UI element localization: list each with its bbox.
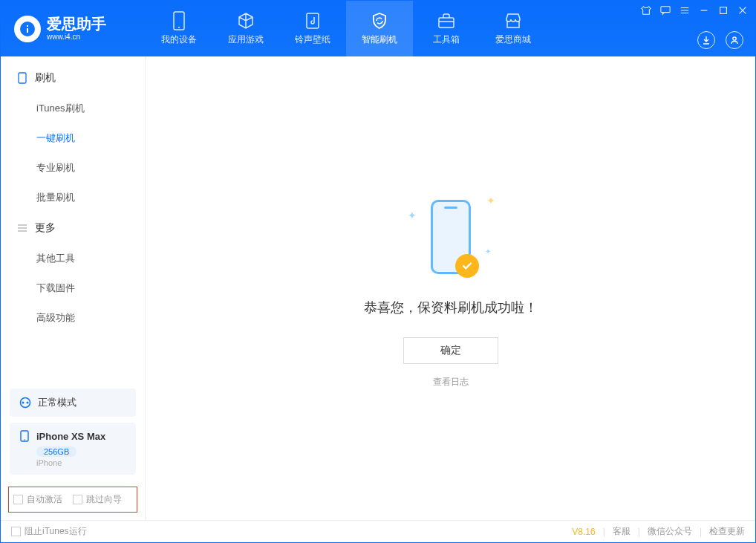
store-icon <box>504 11 523 30</box>
checkbox-label: 跳过向导 <box>86 493 122 506</box>
sidebar-item-other[interactable]: 其他工具 <box>1 244 145 273</box>
version-label: V8.16 <box>572 527 595 537</box>
maximize-icon[interactable] <box>718 5 729 16</box>
update-link[interactable]: 检查更新 <box>709 525 745 538</box>
success-illustration: ✦ ✦ ✦ <box>391 189 510 285</box>
download-icon[interactable] <box>697 31 715 49</box>
section-flash: 刷机 <box>1 62 145 94</box>
toolbox-icon <box>437 11 456 30</box>
sidebar-item-oneclick[interactable]: 一键刷机 <box>1 123 145 153</box>
shirt-icon[interactable] <box>641 5 651 16</box>
sidebar-item-batch[interactable]: 批量刷机 <box>1 183 145 212</box>
app-subtitle: www.i4.cn <box>47 33 106 41</box>
titlebar-controls <box>641 5 748 16</box>
checkbox-skip-wizard[interactable]: 跳过向导 <box>73 493 122 506</box>
nav-tab-ringtone[interactable]: 铃声壁纸 <box>279 1 346 56</box>
sparkle-icon: ✦ <box>485 247 491 256</box>
shield-sync-icon <box>370 11 389 30</box>
sidebar: 刷机 iTunes刷机 一键刷机 专业刷机 批量刷机 更多 其他工具 下载固件 … <box>1 56 146 520</box>
svg-point-6 <box>733 37 736 40</box>
menu-icon[interactable] <box>680 5 690 16</box>
device-icon <box>19 430 30 442</box>
minimize-icon[interactable] <box>699 5 709 16</box>
logo-area: 爱思助手 www.i4.cn <box>1 16 146 42</box>
section-more: 更多 <box>1 212 145 244</box>
svg-rect-5 <box>720 7 727 14</box>
phone-icon <box>169 11 189 30</box>
sparkle-icon: ✦ <box>408 209 417 221</box>
checkbox-block-itunes[interactable]: 阻止iTunes运行 <box>11 525 87 538</box>
device-name: iPhone XS Max <box>36 431 105 442</box>
close-icon[interactable] <box>737 5 748 16</box>
nav-tab-label: 工具箱 <box>433 33 460 46</box>
app-logo-icon <box>14 16 41 42</box>
cube-icon <box>236 11 255 30</box>
nav-tab-label: 铃声壁纸 <box>295 33 330 46</box>
nav-tab-label: 智能刷机 <box>362 33 397 46</box>
nav-tab-toolbox[interactable]: 工具箱 <box>413 1 480 56</box>
user-icon[interactable] <box>726 31 743 49</box>
body: 刷机 iTunes刷机 一键刷机 专业刷机 批量刷机 更多 其他工具 下载固件 … <box>1 56 755 520</box>
list-icon <box>17 223 27 233</box>
nav-tabs: 我的设备 应用游戏 铃声壁纸 智能刷机 工具箱 爱思商城 <box>146 1 547 56</box>
device-card[interactable]: iPhone XS Max 256GB iPhone <box>10 423 136 475</box>
header: 爱思助手 www.i4.cn 我的设备 应用游戏 铃声壁纸 智能刷机 工具箱 爱… <box>1 1 755 56</box>
sparkle-icon: ✦ <box>486 195 495 207</box>
ok-button[interactable]: 确定 <box>403 337 498 364</box>
section-title: 更多 <box>35 221 56 235</box>
main-content: ✦ ✦ ✦ 恭喜您，保资料刷机成功啦！ 确定 查看日志 <box>146 56 755 520</box>
wechat-link[interactable]: 微信公众号 <box>648 525 692 538</box>
storage-badge: 256GB <box>36 446 76 457</box>
sidebar-item-itunes[interactable]: iTunes刷机 <box>1 94 145 123</box>
nav-tab-apps[interactable]: 应用游戏 <box>212 1 279 56</box>
mode-card[interactable]: 正常模式 <box>10 388 136 417</box>
bottom-options-highlight: 自动激活 跳过向导 <box>8 487 137 513</box>
mode-icon <box>19 396 32 409</box>
statusbar: 阻止iTunes运行 V8.16 | 客服 | 微信公众号 | 检查更新 <box>1 520 755 542</box>
mode-label: 正常模式 <box>38 396 76 409</box>
nav-tab-flash[interactable]: 智能刷机 <box>346 1 413 56</box>
nav-tab-label: 应用游戏 <box>228 33 264 46</box>
header-right <box>697 31 743 49</box>
sidebar-item-advanced[interactable]: 高级功能 <box>1 303 145 333</box>
svg-point-1 <box>178 27 180 28</box>
nav-tab-label: 我的设备 <box>161 33 197 46</box>
svg-point-12 <box>24 439 25 440</box>
device-type: iPhone <box>36 458 127 467</box>
sidebar-item-firmware[interactable]: 下载固件 <box>1 273 145 303</box>
music-icon <box>303 11 322 30</box>
svg-rect-4 <box>661 7 670 13</box>
device-small-icon <box>17 73 27 83</box>
support-link[interactable]: 客服 <box>613 525 630 538</box>
nav-tab-device[interactable]: 我的设备 <box>146 1 212 56</box>
section-title: 刷机 <box>35 71 56 85</box>
view-log-link[interactable]: 查看日志 <box>433 376 469 388</box>
svg-point-10 <box>27 402 29 404</box>
sidebar-scroll: 刷机 iTunes刷机 一键刷机 专业刷机 批量刷机 更多 其他工具 下载固件 … <box>1 56 145 383</box>
logo-text: 爱思助手 www.i4.cn <box>47 16 106 41</box>
feedback-icon[interactable] <box>660 5 671 16</box>
check-badge-icon <box>455 254 479 278</box>
svg-rect-3 <box>439 18 454 27</box>
checkbox-auto-activate[interactable]: 自动激活 <box>13 493 62 506</box>
checkbox-label: 自动激活 <box>27 493 62 506</box>
success-message: 恭喜您，保资料刷机成功啦！ <box>364 299 538 316</box>
nav-tab-label: 爱思商城 <box>495 33 531 46</box>
app-title: 爱思助手 <box>47 16 106 31</box>
svg-point-9 <box>22 402 25 404</box>
nav-tab-store[interactable]: 爱思商城 <box>480 1 547 56</box>
sidebar-item-pro[interactable]: 专业刷机 <box>1 153 145 183</box>
checkbox-label: 阻止iTunes运行 <box>25 525 87 538</box>
svg-rect-7 <box>19 73 26 83</box>
svg-point-8 <box>21 398 30 408</box>
status-right: V8.16 | 客服 | 微信公众号 | 检查更新 <box>572 525 745 538</box>
